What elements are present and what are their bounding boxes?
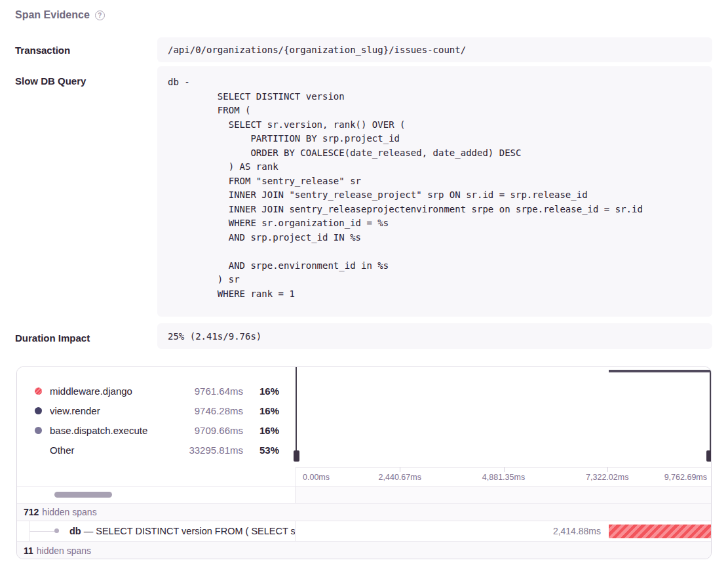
axis-tick xyxy=(504,467,505,472)
duration-impact-value: 25% (2.41s/9.76s) xyxy=(168,331,261,342)
legend-dot-icon xyxy=(35,407,42,414)
axis-tick xyxy=(607,467,608,472)
scrollbar-track[interactable] xyxy=(17,486,296,503)
legend-dot-icon xyxy=(35,387,42,395)
transaction-value: /api/0/organizations/{organization_slug}… xyxy=(168,45,466,55)
axis-label: 7,322.02ms xyxy=(586,473,628,482)
scrollbar-thumb[interactable] xyxy=(54,492,112,498)
slow-db-query-box: db - SELECT DISTINCT version FROM ( SELE… xyxy=(157,66,712,317)
duration-impact-box: 25% (2.41s/9.76s) xyxy=(157,323,712,349)
minimap-window-left[interactable] xyxy=(296,367,297,462)
legend-dot-icon xyxy=(35,427,42,434)
span-tree-card: middleware.django 9761.64ms 16% view.ren… xyxy=(16,367,712,559)
slow-db-query-label: Slow DB Query xyxy=(15,75,86,87)
legend-item-other: Other 33295.81ms 53% xyxy=(17,440,296,460)
span-duration-label: 2,414.88ms xyxy=(553,521,601,541)
legend-dot-placeholder xyxy=(35,446,42,454)
slow-db-query-sql: db - SELECT DISTINCT version FROM ( SELE… xyxy=(157,66,712,310)
span-description: — SELECT DISTINCT version FROM ( SELECT … xyxy=(84,526,296,536)
transaction-value-box: /api/0/organizations/{organization_slug}… xyxy=(157,37,712,62)
axis-tick xyxy=(400,467,400,472)
span-duration-bar xyxy=(609,525,711,538)
section-header: Span Evidence ? xyxy=(15,9,105,21)
time-axis: 0.00ms 2,440.67ms 4,881.35ms 7,322.02ms … xyxy=(296,467,711,486)
minimap-window-right[interactable] xyxy=(710,367,711,462)
span-minimap[interactable]: 0.00ms 2,440.67ms 4,881.35ms 7,322.02ms … xyxy=(296,367,711,486)
hidden-spans-above: 712 hidden spans xyxy=(17,503,711,521)
axis-label: 4,881.35ms xyxy=(482,473,525,482)
horizontal-scrollbar-row xyxy=(17,486,711,503)
span-row-description-cell: db — SELECT DISTINCT version FROM ( SELE… xyxy=(17,521,296,541)
axis-label: 9,762.69ms xyxy=(664,473,707,482)
minimap-right-handle[interactable] xyxy=(706,450,712,462)
tree-node-dot-icon xyxy=(54,528,59,533)
span-row-db[interactable]: db — SELECT DISTINCT version FROM ( SELE… xyxy=(17,521,711,541)
minimap-span-bar xyxy=(609,370,711,372)
span-op: db xyxy=(69,526,81,536)
minimap-left-handle[interactable] xyxy=(294,450,299,462)
span-row-duration-cell: 2,414.88ms xyxy=(296,521,711,541)
axis-label: 2,440.67ms xyxy=(379,473,421,482)
hidden-spans-below: 11 hidden spans xyxy=(17,541,711,559)
span-evidence-panel: Span Evidence ? Transaction /api/0/organ… xyxy=(0,0,728,575)
section-title: Span Evidence xyxy=(15,9,90,21)
scrollbar-row-right xyxy=(296,486,711,503)
axis-label: 0.00ms xyxy=(303,473,330,482)
legend-item-view-render: view.render 9746.28ms 16% xyxy=(17,401,296,420)
question-mark-icon[interactable]: ? xyxy=(95,10,105,20)
transaction-label: Transaction xyxy=(15,45,70,56)
legend-item-middleware-django: middleware.django 9761.64ms 16% xyxy=(17,381,296,401)
span-op-breakdown: middleware.django 9761.64ms 16% view.ren… xyxy=(17,367,296,486)
duration-impact-label: Duration Impact xyxy=(15,332,90,344)
legend-item-base-dispatch-execute: base.dispatch.execute 9709.66ms 16% xyxy=(17,420,296,440)
tree-connector-horizontal xyxy=(29,531,57,532)
